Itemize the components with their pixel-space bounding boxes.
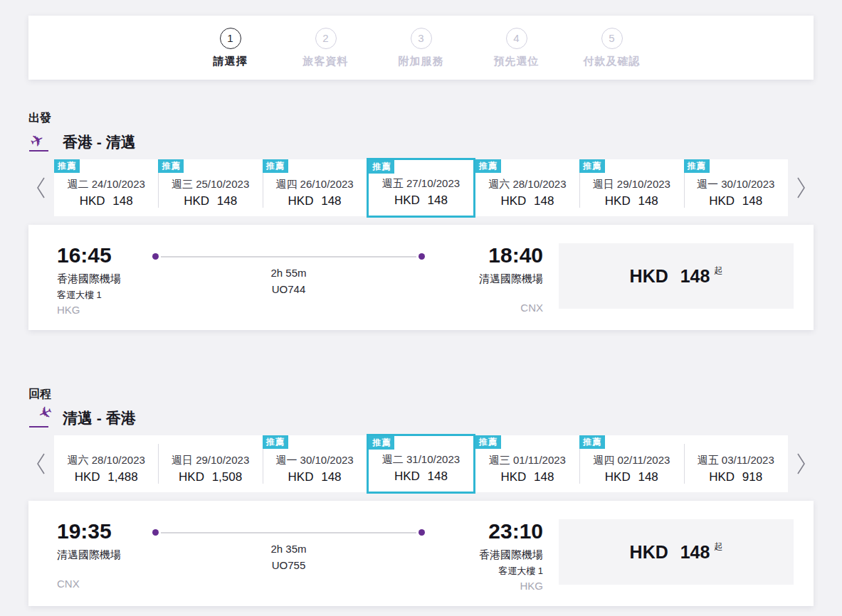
date-cell[interactable]: 推薦 週五 03/11/2023 HKD 918 xyxy=(684,435,788,492)
fare-price-box[interactable]: HKD 148 起 xyxy=(559,243,794,309)
departure-flight-card[interactable]: 16:45 香港國際機場 客運大樓 1 HKG 2h 55m UO744 18:… xyxy=(28,225,814,330)
timeline-line xyxy=(161,256,416,257)
return-date-carousel: 推薦 週六 28/10/2023 HKD 1,488 推薦 週日 29/10/2… xyxy=(28,434,814,494)
step-number: 4 xyxy=(513,32,519,44)
stepper-step-3: 3 附加服務 xyxy=(389,28,454,68)
carousel-prev-button[interactable] xyxy=(28,434,54,494)
date-cell-selected[interactable]: 推薦 週五 27/10/2023 HKD 148 xyxy=(367,158,475,218)
departure-route-title: 香港 - 清邁 xyxy=(63,132,136,152)
return-flight-card[interactable]: 19:35 清邁國際機場 CNX 2h 35m UO755 23:10 香港國際… xyxy=(28,501,814,606)
date-price: HKD 1,488 xyxy=(75,470,138,484)
date-label: 週日 29/10/2023 xyxy=(593,178,670,191)
date-label: 週六 28/10/2023 xyxy=(488,178,566,191)
carousel-prev-button[interactable] xyxy=(28,158,54,218)
step-circle: 3 xyxy=(411,28,432,49)
recommended-badge: 推薦 xyxy=(475,159,501,173)
step-label: 預先選位 xyxy=(494,55,540,68)
date-price: HKD 148 xyxy=(288,470,342,484)
recommended-badge: 推薦 xyxy=(579,159,605,173)
date-label: 週三 25/10/2023 xyxy=(172,178,249,191)
return-route-title: 清邁 - 香港 xyxy=(63,408,136,428)
stepper-step-1[interactable]: 1 請選擇 xyxy=(198,28,263,68)
fare-price-box[interactable]: HKD 148 起 xyxy=(559,519,794,585)
departure-terminal xyxy=(57,565,142,575)
date-cell[interactable]: 推薦 週六 28/10/2023 HKD 148 xyxy=(475,159,579,216)
stepper-step-4: 4 預先選位 xyxy=(484,28,549,68)
recommended-badge: 推薦 xyxy=(369,436,394,450)
stepper-step-5: 5 付款及確認 xyxy=(579,28,645,68)
step-number: 5 xyxy=(609,32,614,44)
arrival-airport: 香港國際機場 xyxy=(435,548,543,562)
step-circle: 1 xyxy=(220,28,241,49)
date-cell[interactable]: 推薦 週二 24/10/2023 HKD 148 xyxy=(54,159,158,216)
flight-duration: 2h 55m xyxy=(152,267,425,279)
date-price: HKD 148 xyxy=(500,194,554,208)
booking-stepper: 1 請選擇 2 旅客資料 3 附加服務 4 預先選位 5 付款及確認 xyxy=(28,16,814,80)
departure-date-carousel: 推薦 週二 24/10/2023 HKD 148 推薦 週三 25/10/202… xyxy=(28,158,814,218)
departure-time: 19:35 xyxy=(57,519,142,543)
date-label: 週五 03/11/2023 xyxy=(698,454,774,467)
chevron-right-icon xyxy=(794,175,808,201)
recommended-badge: 推薦 xyxy=(475,435,501,449)
date-label: 週四 26/10/2023 xyxy=(275,178,353,191)
date-label: 週一 30/10/2023 xyxy=(697,178,774,191)
date-cell[interactable]: 推薦 週一 30/10/2023 HKD 148 xyxy=(684,159,788,216)
step-number: 2 xyxy=(322,32,328,44)
recommended-badge: 推薦 xyxy=(369,160,394,174)
date-price: HKD 1,508 xyxy=(179,470,242,484)
date-cell[interactable]: 推薦 週日 29/10/2023 HKD 148 xyxy=(579,159,683,216)
fare-price-from-suffix: 起 xyxy=(714,541,722,553)
departure-label: 出發 xyxy=(28,111,814,126)
date-label: 週一 30/10/2023 xyxy=(275,454,353,467)
arrival-airport: 清邁國際機場 xyxy=(435,272,543,286)
date-label: 週二 24/10/2023 xyxy=(68,178,145,191)
date-cell[interactable]: 推薦 週四 26/10/2023 HKD 148 xyxy=(263,159,367,216)
arrival-airport-code: HKG xyxy=(435,580,543,592)
date-price: HKD 148 xyxy=(394,469,448,484)
arrival-airport-code: CNX xyxy=(435,302,543,314)
date-price: HKD 918 xyxy=(709,470,762,484)
date-cell[interactable]: 推薦 週六 28/10/2023 HKD 1,488 xyxy=(54,435,158,492)
date-label: 週日 29/10/2023 xyxy=(172,454,249,467)
departure-airport-code: HKG xyxy=(57,304,142,316)
date-cell-selected[interactable]: 推薦 週二 31/10/2023 HKD 148 xyxy=(367,434,475,494)
step-number: 3 xyxy=(418,32,423,44)
step-number: 1 xyxy=(227,32,233,44)
arrival-time: 18:40 xyxy=(435,243,543,267)
timeline-line xyxy=(161,532,416,533)
step-label: 附加服務 xyxy=(399,55,444,68)
fare-price: HKD 148 xyxy=(630,266,710,287)
timeline-end-dot xyxy=(419,253,425,260)
date-cell[interactable]: 推薦 週四 02/11/2023 HKD 148 xyxy=(579,435,683,492)
date-cell[interactable]: 推薦 週日 29/10/2023 HKD 1,508 xyxy=(158,435,262,492)
carousel-next-button[interactable] xyxy=(788,434,814,494)
recommended-badge: 推薦 xyxy=(54,159,80,173)
date-strip: 推薦 週二 24/10/2023 HKD 148 推薦 週三 25/10/202… xyxy=(54,159,788,216)
date-label: 週三 01/11/2023 xyxy=(489,454,566,467)
step-circle: 4 xyxy=(506,28,527,49)
date-cell[interactable]: 推薦 週三 01/11/2023 HKD 148 xyxy=(475,435,579,492)
chevron-left-icon xyxy=(34,175,48,201)
date-cell[interactable]: 推薦 週一 30/10/2023 HKD 148 xyxy=(263,435,367,492)
date-price: HKD 148 xyxy=(288,194,342,208)
step-circle: 2 xyxy=(315,28,337,49)
return-label: 回程 xyxy=(28,387,814,402)
flight-duration: 2h 35m xyxy=(152,543,425,555)
return-section-header: 回程 ✈ 清邁 - 香港 xyxy=(28,387,814,428)
date-strip: 推薦 週六 28/10/2023 HKD 1,488 推薦 週日 29/10/2… xyxy=(54,435,788,492)
date-label: 週五 27/10/2023 xyxy=(382,177,460,191)
date-label: 週四 02/11/2023 xyxy=(593,454,670,467)
date-price: HKD 148 xyxy=(605,194,658,208)
plane-takeoff-icon: ✈ xyxy=(28,131,53,152)
departure-airport: 清邁國際機場 xyxy=(57,548,142,562)
stepper-step-2: 2 旅客資料 xyxy=(293,28,359,68)
step-label: 付款及確認 xyxy=(584,55,641,68)
date-price: HKD 148 xyxy=(605,470,658,484)
recommended-badge: 推薦 xyxy=(684,159,710,173)
flight-number: UO755 xyxy=(152,559,425,571)
step-circle: 5 xyxy=(601,28,623,49)
carousel-next-button[interactable] xyxy=(788,158,814,218)
recommended-badge: 推薦 xyxy=(158,159,184,173)
date-cell[interactable]: 推薦 週三 25/10/2023 HKD 148 xyxy=(158,159,262,216)
date-price: HKD 148 xyxy=(709,194,762,208)
